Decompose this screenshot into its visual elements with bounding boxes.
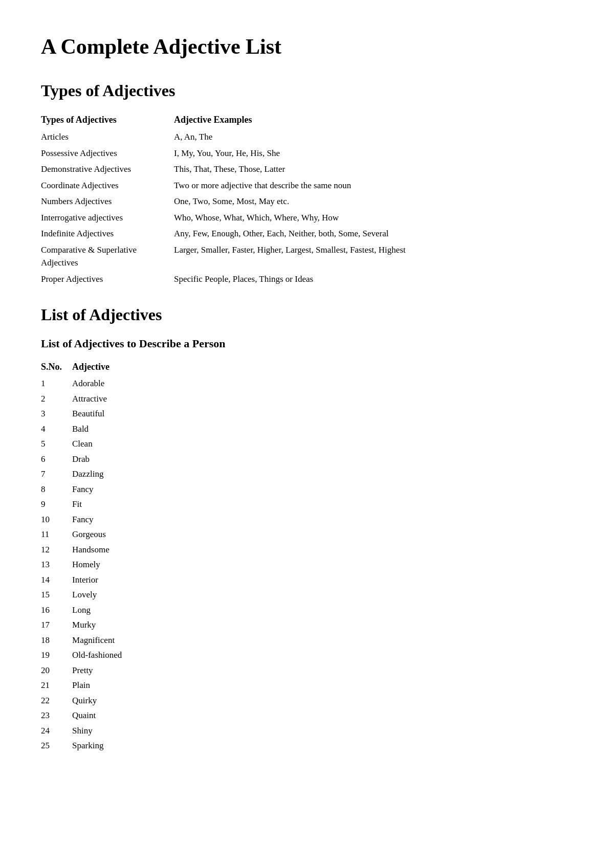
item-number: 10	[41, 512, 72, 527]
item-number: 1	[41, 376, 72, 391]
list-item: 4Bald	[41, 421, 132, 437]
item-word: Interior	[72, 572, 132, 588]
table-row: Possessive AdjectivesI, My, You, Your, H…	[41, 145, 573, 162]
item-number: 16	[41, 603, 72, 618]
item-word: Magnificent	[72, 633, 132, 648]
list-section: List of Adjectives List of Adjectives to…	[41, 302, 573, 753]
type-cell: Possessive Adjectives	[41, 145, 174, 162]
item-word: Clean	[72, 436, 132, 452]
item-number: 6	[41, 452, 72, 467]
item-word: Drab	[72, 452, 132, 467]
item-number: 23	[41, 708, 72, 723]
list-item: 14Interior	[41, 572, 132, 588]
item-number: 21	[41, 678, 72, 693]
item-number: 14	[41, 572, 72, 588]
examples-cell: I, My, You, Your, He, His, She	[174, 145, 573, 162]
list-item: 13Homely	[41, 557, 132, 572]
list-item: 25Sparking	[41, 738, 132, 753]
list-item: 7Dazzling	[41, 466, 132, 482]
item-number: 15	[41, 587, 72, 603]
item-word: Plain	[72, 678, 132, 693]
item-number: 7	[41, 466, 72, 482]
types-col2-header: Adjective Examples	[174, 111, 573, 129]
item-word: Sparking	[72, 738, 132, 753]
item-number: 8	[41, 482, 72, 497]
examples-cell: Larger, Smaller, Faster, Higher, Largest…	[174, 242, 573, 271]
page-title: A Complete Adjective List	[41, 31, 573, 63]
item-word: Handsome	[72, 542, 132, 558]
item-number: 9	[41, 497, 72, 512]
types-heading: Types of Adjectives	[41, 78, 573, 103]
item-word: Adorable	[72, 376, 132, 391]
item-number: 19	[41, 648, 72, 663]
item-word: Shiny	[72, 723, 132, 739]
list-item: 9Fit	[41, 497, 132, 512]
list-item: 16Long	[41, 603, 132, 618]
item-number: 18	[41, 633, 72, 648]
table-row: ArticlesA, An, The	[41, 129, 573, 145]
list-item: 6Drab	[41, 452, 132, 467]
table-row: Demonstrative AdjectivesThis, That, Thes…	[41, 161, 573, 177]
list-item: 19Old-fashioned	[41, 648, 132, 663]
list-item: 3Beautiful	[41, 406, 132, 421]
type-cell: Articles	[41, 129, 174, 145]
item-word: Old-fashioned	[72, 648, 132, 663]
types-col1-header: Types of Adjectives	[41, 111, 174, 129]
list-item: 15Lovely	[41, 587, 132, 603]
item-number: 20	[41, 663, 72, 678]
list-item: 24Shiny	[41, 723, 132, 739]
table-row: Coordinate AdjectivesTwo or more adjecti…	[41, 177, 573, 194]
type-cell: Indefinite Adjectives	[41, 226, 174, 242]
item-word: Beautiful	[72, 406, 132, 421]
item-word: Murky	[72, 617, 132, 633]
examples-cell: Two or more adjective that describe the …	[174, 177, 573, 194]
list-subheading: List of Adjectives to Describe a Person	[41, 335, 573, 352]
table-row: Comparative & Superlative AdjectivesLarg…	[41, 242, 573, 271]
type-cell: Proper Adjectives	[41, 271, 174, 287]
list-item: 22Quirky	[41, 693, 132, 708]
item-word: Fancy	[72, 482, 132, 497]
list-item: 12Handsome	[41, 542, 132, 558]
item-number: 12	[41, 542, 72, 558]
types-table: Types of Adjectives Adjective Examples A…	[41, 111, 573, 287]
list-item: 21Plain	[41, 678, 132, 693]
item-word: Attractive	[72, 391, 132, 407]
type-cell: Interrogative adjectives	[41, 210, 174, 226]
item-number: 4	[41, 421, 72, 437]
table-row: Indefinite AdjectivesAny, Few, Enough, O…	[41, 226, 573, 242]
list-item: 2Attractive	[41, 391, 132, 407]
examples-cell: One, Two, Some, Most, May etc.	[174, 193, 573, 210]
list-col2-header: Adjective	[72, 359, 132, 376]
item-word: Lovely	[72, 587, 132, 603]
item-word: Homely	[72, 557, 132, 572]
item-word: Fit	[72, 497, 132, 512]
table-row: Proper AdjectivesSpecific People, Places…	[41, 271, 573, 287]
item-word: Dazzling	[72, 466, 132, 482]
examples-cell: This, That, These, Those, Latter	[174, 161, 573, 177]
list-item: 18Magnificent	[41, 633, 132, 648]
list-item: 10Fancy	[41, 512, 132, 527]
item-number: 5	[41, 436, 72, 452]
item-number: 17	[41, 617, 72, 633]
item-word: Gorgeous	[72, 527, 132, 542]
item-word: Long	[72, 603, 132, 618]
examples-cell: Any, Few, Enough, Other, Each, Neither, …	[174, 226, 573, 242]
adjective-list-table: S.No. Adjective 1Adorable2Attractive3Bea…	[41, 359, 132, 753]
item-number: 24	[41, 723, 72, 739]
table-row: Numbers AdjectivesOne, Two, Some, Most, …	[41, 193, 573, 210]
type-cell: Comparative & Superlative Adjectives	[41, 242, 174, 271]
list-item: 8Fancy	[41, 482, 132, 497]
item-number: 22	[41, 693, 72, 708]
item-word: Fancy	[72, 512, 132, 527]
table-row: Interrogative adjectivesWho, Whose, What…	[41, 210, 573, 226]
list-item: 5Clean	[41, 436, 132, 452]
examples-cell: Who, Whose, What, Which, Where, Why, How	[174, 210, 573, 226]
list-item: 17Murky	[41, 617, 132, 633]
type-cell: Coordinate Adjectives	[41, 177, 174, 194]
type-cell: Demonstrative Adjectives	[41, 161, 174, 177]
list-col1-header: S.No.	[41, 359, 72, 376]
item-number: 3	[41, 406, 72, 421]
examples-cell: Specific People, Places, Things or Ideas	[174, 271, 573, 287]
item-word: Quirky	[72, 693, 132, 708]
item-word: Bald	[72, 421, 132, 437]
